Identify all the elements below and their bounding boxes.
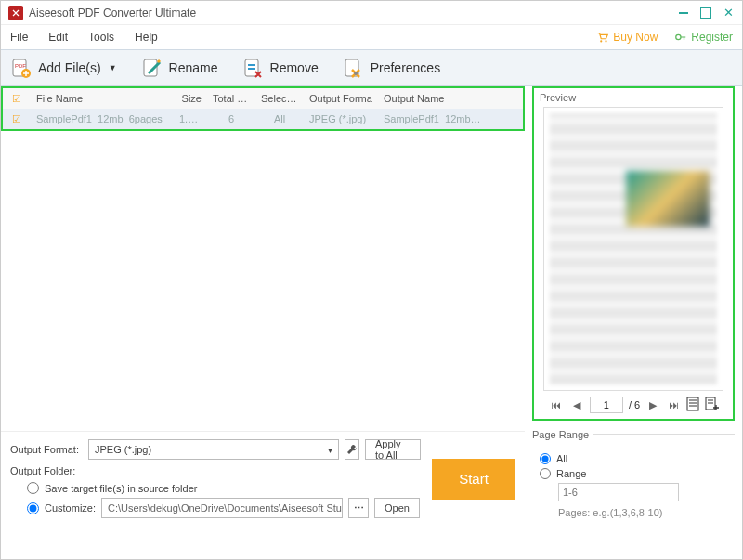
page-range-all-label: All — [556, 453, 567, 464]
remove-label: Remove — [270, 60, 319, 75]
svg-rect-10 — [248, 68, 255, 70]
row-checkbox[interactable]: ☑ — [3, 113, 31, 125]
preferences-label: Preferences — [371, 60, 440, 75]
customize-radio[interactable] — [27, 502, 39, 514]
close-button[interactable] — [722, 7, 735, 20]
remove-button[interactable]: Remove — [242, 57, 319, 79]
first-page-button[interactable]: ⏮ — [549, 399, 564, 410]
svg-point-2 — [606, 40, 607, 42]
customize-label: Customize: — [45, 502, 96, 514]
select-caret-icon: ▾ — [328, 445, 332, 455]
maximize-button[interactable] — [699, 7, 712, 20]
svg-point-3 — [676, 34, 681, 39]
header-total-pages[interactable]: Total Pag — [207, 93, 255, 104]
menubar: File Edit Tools Help Buy Now Register — [1, 25, 742, 49]
register-link[interactable]: Register — [674, 31, 733, 44]
svg-point-1 — [600, 40, 602, 42]
add-files-label: Add File(s) — [38, 60, 101, 75]
start-button[interactable]: Start — [432, 459, 515, 500]
format-settings-button[interactable] — [345, 439, 359, 460]
row-size: 1.12 MB — [174, 113, 207, 124]
header-size[interactable]: Size — [174, 93, 207, 104]
add-files-button[interactable]: PDF Add File(s) ▼ — [10, 57, 117, 79]
register-label: Register — [691, 31, 733, 44]
menu-file[interactable]: File — [10, 31, 28, 44]
menu-help[interactable]: Help — [135, 31, 158, 44]
window-title: Aiseesoft PDF Converter Ultimate — [29, 7, 196, 20]
row-output-format: JPEG (*.jpg) — [304, 113, 378, 124]
cart-icon — [596, 31, 609, 44]
output-format-select[interactable]: JPEG (*.jpg) ▾ — [88, 439, 339, 460]
rename-label: Rename — [169, 60, 218, 75]
header-file-name[interactable]: File Name — [31, 93, 174, 104]
single-page-icon[interactable] — [686, 397, 699, 413]
wrench-icon — [346, 444, 358, 455]
row-output-name: SamplePdf1_12mb_6pages — [378, 113, 489, 124]
svg-rect-9 — [248, 64, 255, 66]
row-file-name: SamplePdf1_12mb_6pages — [31, 113, 174, 124]
bottom-panel: Output Format: JPEG (*.jpg) ▾ Apply to A… — [1, 431, 525, 526]
page-total: / 6 — [629, 399, 640, 410]
menu-tools[interactable]: Tools — [88, 31, 114, 44]
header-selected[interactable]: Selected — [255, 93, 304, 104]
last-page-button[interactable]: ⏭ — [666, 399, 681, 410]
prev-page-button[interactable]: ◀ — [569, 399, 584, 411]
save-source-label: Save target file(s) in source folder — [45, 483, 197, 494]
svg-rect-13 — [687, 397, 698, 410]
rename-icon — [141, 57, 163, 79]
open-folder-button[interactable]: Open — [374, 498, 420, 518]
page-range-all-radio[interactable] — [540, 453, 551, 464]
header-checkbox[interactable]: ☑ — [3, 93, 31, 105]
row-selected: All — [255, 113, 304, 124]
preview-image — [543, 107, 723, 391]
add-page-icon[interactable] — [705, 397, 718, 413]
remove-icon — [242, 57, 265, 79]
header-output-name[interactable]: Output Name — [378, 93, 489, 104]
next-page-button[interactable]: ▶ — [645, 399, 660, 411]
file-rows-highlight: ☑ SamplePdf1_12mb_6pages 1.12 MB 6 All J… — [1, 109, 525, 131]
page-range-heading: Page Range — [532, 429, 593, 440]
apply-to-all-button[interactable]: Apply to All — [365, 439, 421, 460]
output-folder-label: Output Folder: — [10, 465, 83, 476]
app-icon — [8, 6, 23, 20]
dropdown-caret-icon: ▼ — [109, 63, 117, 72]
preferences-icon — [343, 57, 365, 79]
output-path[interactable]: C:\Users\dekug\OneDrive\Documents\Aisees… — [101, 498, 343, 518]
page-input[interactable] — [590, 397, 623, 413]
preferences-button[interactable]: Preferences — [343, 57, 440, 79]
page-range-hint: Pages: e.g.(1,3,6,8-10) — [558, 507, 735, 518]
table-row[interactable]: ☑ SamplePdf1_12mb_6pages 1.12 MB 6 All J… — [3, 109, 523, 129]
pdf-add-icon: PDF — [10, 57, 33, 79]
toolbar: PDF Add File(s) ▼ Rename Remove Preferen… — [1, 49, 742, 86]
rename-button[interactable]: Rename — [141, 57, 218, 79]
output-format-value: JPEG (*.jpg) — [95, 444, 151, 455]
minimize-button[interactable] — [677, 7, 690, 20]
preview-panel: Preview ⏮ ◀ / 6 ▶ ⏭ — [532, 86, 735, 421]
preview-title: Preview — [540, 92, 727, 103]
titlebar: Aiseesoft PDF Converter Ultimate — [1, 1, 742, 25]
svg-text:PDF: PDF — [15, 63, 26, 69]
key-icon — [674, 31, 687, 44]
header-output-format[interactable]: Output Forma — [304, 93, 378, 104]
page-range-range-radio[interactable] — [540, 468, 551, 479]
buy-now-label: Buy Now — [613, 31, 658, 44]
buy-now-link[interactable]: Buy Now — [596, 31, 658, 44]
menu-edit[interactable]: Edit — [48, 31, 68, 44]
table-header: ☑ File Name Size Total Pag Selected Outp… — [1, 86, 525, 109]
svg-point-12 — [354, 72, 358, 75]
page-range-range-label: Range — [556, 468, 586, 479]
file-list-empty-area — [1, 131, 525, 431]
save-source-radio[interactable] — [27, 482, 39, 494]
page-range-input[interactable] — [558, 483, 679, 501]
row-total-pages: 6 — [207, 113, 255, 124]
pager: ⏮ ◀ / 6 ▶ ⏭ — [540, 397, 727, 413]
page-range-panel: Page Range All Range Pages: e.g.(1,3,6,8… — [532, 434, 735, 518]
output-format-label: Output Format: — [10, 444, 83, 455]
browse-path-button[interactable]: ⋯ — [348, 498, 369, 518]
